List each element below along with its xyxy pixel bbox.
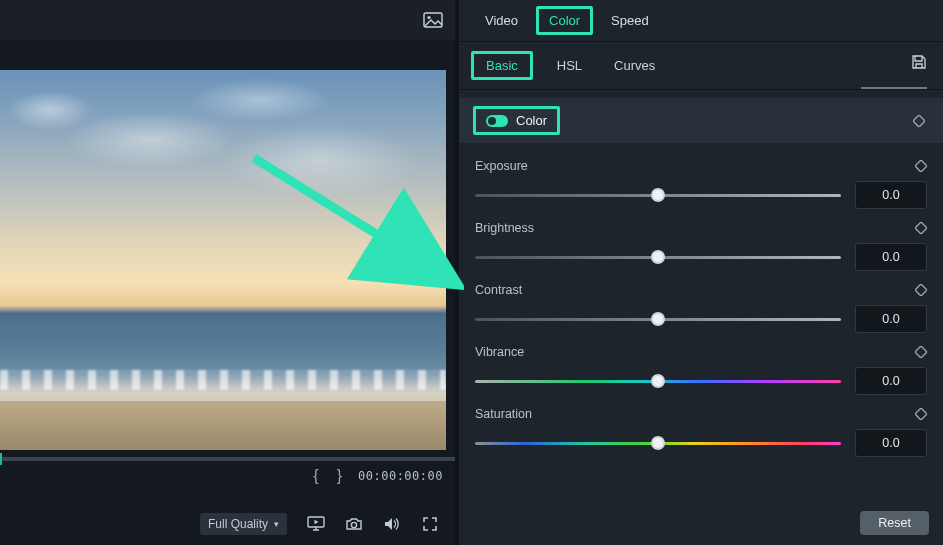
preview-topbar (0, 0, 455, 40)
subtab-underline (861, 87, 927, 89)
speaker-icon[interactable] (383, 515, 401, 533)
mark-out-button[interactable]: } (335, 467, 344, 485)
param-label-exposure: Exposure (475, 159, 528, 173)
tab-speed[interactable]: Speed (597, 3, 663, 38)
chevron-down-icon: ▾ (274, 519, 279, 529)
keyframe-icon[interactable] (915, 346, 927, 358)
image-icon[interactable] (423, 12, 443, 28)
subtab-hsl[interactable]: HSL (549, 52, 590, 79)
value-vibrance[interactable]: 0.0 (855, 367, 927, 395)
slider-saturation[interactable] (475, 436, 841, 450)
keyframe-icon[interactable] (915, 408, 927, 420)
preview-footer: Full Quality ▾ (0, 503, 455, 545)
keyframe-icon[interactable] (915, 160, 927, 172)
param-vibrance: Vibrance0.0 (475, 345, 927, 395)
save-preset-icon[interactable] (911, 54, 927, 74)
transport-controls: { } 00:00:00:00 (0, 447, 455, 503)
quality-label: Full Quality (208, 517, 268, 531)
color-section-header: Color (459, 98, 943, 143)
color-params: Exposure0.0Brightness0.0Contrast0.0Vibra… (459, 143, 943, 457)
param-label-contrast: Contrast (475, 283, 522, 297)
slider-exposure[interactable] (475, 188, 841, 202)
reset-bar: Reset (860, 511, 929, 535)
timecode-display: 00:00:00:00 (358, 469, 443, 483)
preview-panel: { } 00:00:00:00 Full Quality ▾ (0, 0, 455, 545)
color-section-label: Color (516, 113, 547, 128)
keyframe-icon[interactable] (913, 115, 925, 127)
mini-timeline[interactable] (0, 457, 455, 461)
color-section-toggle-wrap: Color (473, 106, 560, 135)
inspector-panel: Video Color Speed Basic HSL Curves Color… (455, 0, 943, 545)
param-brightness: Brightness0.0 (475, 221, 927, 271)
render-preview-icon[interactable] (307, 515, 325, 533)
inspector-main-tabs: Video Color Speed (459, 0, 943, 42)
mark-in-button[interactable]: { (311, 467, 320, 485)
subtab-basic[interactable]: Basic (471, 51, 533, 80)
keyframe-icon[interactable] (915, 284, 927, 296)
value-saturation[interactable]: 0.0 (855, 429, 927, 457)
color-toggle[interactable] (486, 115, 508, 127)
video-preview[interactable] (0, 40, 455, 447)
param-contrast: Contrast0.0 (475, 283, 927, 333)
inspector-sub-tabs: Basic HSL Curves (459, 42, 943, 90)
tab-video[interactable]: Video (471, 3, 532, 38)
param-saturation: Saturation0.0 (475, 407, 927, 457)
value-contrast[interactable]: 0.0 (855, 305, 927, 333)
param-label-brightness: Brightness (475, 221, 534, 235)
slider-brightness[interactable] (475, 250, 841, 264)
param-label-vibrance: Vibrance (475, 345, 524, 359)
slider-vibrance[interactable] (475, 374, 841, 388)
keyframe-icon[interactable] (915, 222, 927, 234)
value-brightness[interactable]: 0.0 (855, 243, 927, 271)
reset-button[interactable]: Reset (860, 511, 929, 535)
snapshot-icon[interactable] (345, 515, 363, 533)
value-exposure[interactable]: 0.0 (855, 181, 927, 209)
tab-color[interactable]: Color (536, 6, 593, 35)
subtab-curves[interactable]: Curves (606, 52, 663, 79)
param-label-saturation: Saturation (475, 407, 532, 421)
preview-canvas (0, 70, 446, 450)
slider-contrast[interactable] (475, 312, 841, 326)
quality-dropdown[interactable]: Full Quality ▾ (200, 513, 287, 535)
fullscreen-icon[interactable] (421, 515, 439, 533)
param-exposure: Exposure0.0 (475, 159, 927, 209)
